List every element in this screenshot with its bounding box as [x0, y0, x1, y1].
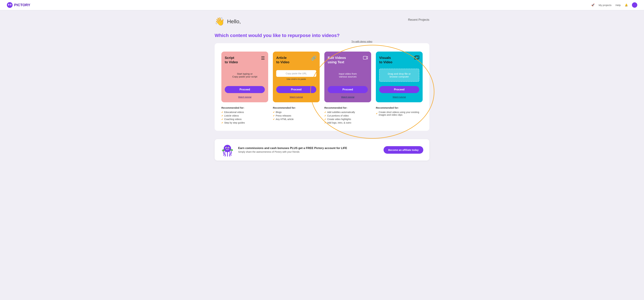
svg-point-11 [226, 148, 227, 149]
url-input-display[interactable]: Copy paste the URL [276, 70, 316, 77]
card-body: Input video fromvarious sources [328, 67, 368, 83]
proceed-button-edit[interactable]: Proceed [328, 86, 368, 93]
list-item: ✔Any HTML article [273, 118, 320, 121]
check-icon: ✔ [273, 118, 275, 121]
rocket-icon[interactable]: 🚀 [591, 3, 594, 6]
watch-tutorial-edit[interactable]: Watch tutorial [328, 96, 368, 98]
navbar-right: 🚀 My projects Help 🔔 [591, 2, 637, 8]
card-article-to-video: Article to Video 🔗 Copy paste the URL Us… [273, 52, 320, 102]
help-link[interactable]: Help [616, 4, 621, 6]
check-icon: ✔ [221, 115, 223, 117]
logo[interactable]: PICTORY [7, 2, 30, 8]
recommendations-grid: Recommended for: ✔Educational videos ✔Li… [221, 106, 422, 124]
svg-point-8 [224, 145, 231, 152]
navbar: PICTORY 🚀 My projects Help 🔔 [0, 0, 644, 10]
list-item: ✔Add logo, intro, & outro [324, 121, 371, 124]
rec-title: Recommended for: [273, 106, 320, 109]
video-icon [363, 56, 368, 61]
rec-article: Recommended for: ✔Blogs ✔Press releases … [273, 106, 320, 124]
cards-wrapper: Try with demo video Script to Video ☰ St… [215, 43, 429, 131]
pictory-logo-icon [7, 2, 13, 8]
octopus-mascot: $ $ [221, 143, 234, 156]
list-item: ✔Step by step guides [221, 121, 268, 124]
rec-edit: Recommended for: ✔Add subtitles automati… [324, 106, 371, 124]
svg-point-3 [8, 4, 9, 5]
check-icon: ✔ [324, 111, 326, 114]
check-icon: ✔ [273, 115, 275, 117]
drag-drop-area[interactable]: Drag and drop file orbrowse computer [379, 69, 419, 82]
affiliate-text: Earn commissions and cash bonuses PLUS g… [238, 147, 380, 153]
svg-point-4 [10, 4, 11, 5]
rec-list: ✔Create short videos using your existing… [376, 111, 422, 116]
rec-script: Recommended for: ✔Educational videos ✔Li… [221, 106, 268, 124]
logo-text: PICTORY [14, 3, 30, 7]
rec-visuals: Recommended for: ✔Create short videos us… [376, 106, 422, 124]
recent-projects-link[interactable]: Recent Projects [408, 18, 429, 22]
affiliate-banner: $ $ Earn commissions and cash bonuses PL… [215, 139, 429, 160]
demo-video-label[interactable]: Try with demo video [351, 40, 372, 43]
card-title: Visuals to Video [379, 56, 392, 64]
check-icon: ✔ [324, 122, 326, 124]
card-body: Drag and drop file orbrowse computer [379, 67, 419, 83]
check-icon: ✔ [221, 122, 223, 124]
bell-icon[interactable]: 🔔 [625, 3, 628, 6]
proceed-button-visuals[interactable]: Proceed [379, 86, 419, 93]
svg-point-0 [7, 2, 12, 8]
rec-list: ✔Blogs ✔Press releases ✔Any HTML article [273, 111, 320, 121]
check-icon: ✔ [324, 115, 326, 117]
card-title: Script to Video [225, 56, 238, 64]
page-header: 👋 Hello, Recent Projects [215, 17, 429, 26]
check-icon: ✔ [273, 111, 275, 114]
url-hint: Use cmd+v to paste [276, 78, 316, 80]
card-header: Script to Video ☰ [225, 56, 265, 64]
rec-title: Recommended for: [324, 106, 371, 109]
card-title: Edit Videos using Text [328, 56, 346, 64]
affiliate-button[interactable]: Become an affiliate today [384, 146, 423, 154]
my-projects-link[interactable]: My projects [598, 4, 612, 6]
images-icon [414, 56, 419, 61]
svg-rect-5 [363, 56, 366, 59]
card-header: Article to Video 🔗 [276, 56, 316, 64]
watch-tutorial-script[interactable]: Watch tutorial [225, 96, 265, 98]
main-content: 👋 Hello, Recent Projects Which content w… [204, 10, 440, 171]
affiliate-title: Earn commissions and cash bonuses PLUS g… [238, 147, 380, 150]
script-body-text: Start typing orCopy paste your script [232, 72, 257, 78]
list-item: ✔Listicle videos [221, 114, 268, 117]
check-icon: ✔ [221, 111, 223, 114]
card-visuals-to-video: Visuals to Video Drag and drop file orbr… [376, 52, 422, 102]
list-item: ✔Coaching videos [221, 118, 268, 121]
check-icon: ✔ [376, 112, 378, 115]
list-item: ✔Create short videos using your existing… [376, 111, 422, 116]
affiliate-subtitle: Simply share the awesomeness of Pictory … [238, 150, 380, 153]
watch-tutorial-article[interactable]: Watch tutorial [276, 96, 316, 98]
link-icon: 🔗 [311, 56, 316, 61]
script-icon: ☰ [261, 56, 265, 61]
rec-title: Recommended for: [221, 106, 268, 109]
card-header: Edit Videos using Text [328, 56, 368, 64]
wave-emoji: 👋 [215, 17, 225, 26]
greeting-text: Hello, [227, 18, 241, 25]
cards-grid: Script to Video ☰ Start typing orCopy pa… [221, 52, 422, 102]
watch-tutorial-visuals[interactable]: Watch tutorial [379, 96, 419, 98]
rec-title: Recommended for: [376, 106, 422, 109]
card-edit-videos: Edit Videos using Text Input video fromv… [324, 52, 371, 102]
user-avatar[interactable] [632, 2, 637, 8]
proceed-button-article[interactable]: Proceed [276, 86, 316, 93]
page-question: Which content would you like to repurpos… [215, 33, 429, 38]
rec-list: ✔Educational videos ✔Listicle videos ✔Co… [221, 111, 268, 124]
list-item: ✔Add subtitles automatically [324, 111, 371, 114]
list-item: ✔Create video highlights [324, 118, 371, 121]
card-body: Start typing orCopy paste your script [225, 67, 265, 83]
rec-list: ✔Add subtitles automatically ✔Cut portio… [324, 111, 371, 124]
check-icon: ✔ [221, 118, 223, 121]
svg-point-12 [228, 148, 229, 149]
card-header: Visuals to Video [379, 56, 419, 64]
check-icon: ✔ [324, 118, 326, 121]
card-title: Article to Video [276, 56, 290, 64]
list-item: ✔Cut portions of video [324, 114, 371, 117]
card-script-to-video: Script to Video ☰ Start typing orCopy pa… [221, 52, 268, 102]
list-item: ✔Educational videos [221, 111, 268, 114]
proceed-button-script[interactable]: Proceed [225, 86, 265, 93]
list-item: ✔Press releases [273, 114, 320, 117]
list-item: ✔Blogs [273, 111, 320, 114]
